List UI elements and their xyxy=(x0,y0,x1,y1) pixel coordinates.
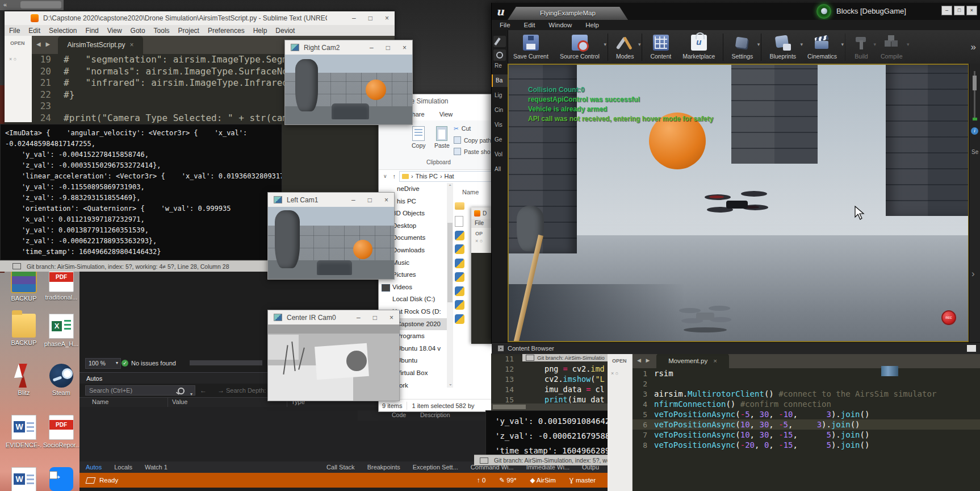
maximize-button[interactable]: □ xyxy=(954,6,965,15)
menu-item[interactable]: File xyxy=(9,27,20,35)
tab-close-icon[interactable]: × xyxy=(130,41,134,49)
python-file-icon[interactable] xyxy=(455,286,464,296)
menu-item[interactable]: Preferences xyxy=(208,27,245,35)
close-button[interactable]: × xyxy=(384,196,388,204)
vs-outgoing-count[interactable]: ↑ 0 xyxy=(477,477,485,484)
cut-button[interactable]: ✂Cut xyxy=(454,125,471,132)
ue-toolbar-button[interactable]: Source Control xyxy=(554,34,605,61)
desktop-icon[interactable]: phaseA_H... xyxy=(43,314,79,347)
menu-item[interactable]: Find xyxy=(85,27,98,35)
menu-item[interactable]: Edit xyxy=(28,27,40,35)
python-file-icon[interactable] xyxy=(455,300,464,310)
menu-item[interactable]: Deviot xyxy=(275,27,295,35)
desktop-icon[interactable]: EVIDENCE-... xyxy=(6,415,42,448)
ue-modes-tab[interactable]: Ba xyxy=(492,74,508,87)
vs-repo-name[interactable]: ◆ AirSim xyxy=(530,476,555,484)
close-button[interactable]: × xyxy=(966,6,977,15)
ue-toolbar-button[interactable]: Save Current xyxy=(508,34,554,61)
sidebar-folder-item[interactable]: Local Disk (C:) xyxy=(379,293,447,306)
tab-movement-py[interactable]: Movement.py× xyxy=(656,353,729,368)
back-chevron-icon[interactable]: « xyxy=(3,1,7,8)
maximize-button[interactable]: □ xyxy=(386,44,390,52)
nav-up-icon[interactable]: ↑ xyxy=(393,173,396,180)
ue-modes-tab[interactable]: Vis xyxy=(492,119,508,131)
ue-toolbar-button[interactable]: Build xyxy=(845,34,875,61)
ue-title-bar[interactable]: u FlyingExampleMap Blocks [DebugGame] – … xyxy=(492,3,980,20)
movement-code-editor[interactable]: 1rsim23airsim.MultirotorClient() #connec… xyxy=(633,368,980,491)
imu-console[interactable]: <ImuData> { 'angular_velocity': <Vector3… xyxy=(0,124,282,260)
ue-toolbar-button[interactable]: Modes xyxy=(608,34,640,61)
tab-nav-arrows[interactable]: ◀ ▶ xyxy=(36,41,52,47)
ue-modes-tab[interactable]: Vol xyxy=(492,148,508,161)
desktop-icon[interactable] xyxy=(6,467,42,491)
ue-toolbar-button[interactable]: Blueprints xyxy=(761,34,802,61)
tab-close-icon[interactable]: × xyxy=(713,357,717,364)
left-cam1-title-bar[interactable]: Left Cam1 – □ × xyxy=(268,193,394,207)
minimize-button[interactable]: – xyxy=(351,196,355,204)
ue-toolbar-button[interactable]: Marketplace xyxy=(677,34,721,61)
info-icon[interactable]: i xyxy=(971,127,978,135)
ue-toolbar-button[interactable]: Content xyxy=(642,34,677,61)
minimize-button[interactable]: – xyxy=(357,314,361,322)
menu-item[interactable]: File xyxy=(500,22,510,28)
vs-pending-edits[interactable]: ✎ 99* xyxy=(499,476,516,484)
content-browser-bar[interactable]: Content Browser xyxy=(492,342,980,354)
menu-item[interactable]: Help xyxy=(253,27,267,35)
open-files-marks[interactable]: × ○ xyxy=(608,364,632,376)
collapsed-panel-label[interactable]: Se xyxy=(971,149,978,155)
python-file-icon[interactable] xyxy=(455,314,464,324)
menu-item[interactable]: Selection xyxy=(49,27,77,35)
explorer-sidebar-scrollbar[interactable]: ⌃ ⌄ xyxy=(447,183,453,388)
close-button[interactable]: × xyxy=(390,314,393,322)
vs-panel-tab[interactable]: Exception Sett... xyxy=(407,464,464,471)
menu-item[interactable]: Help xyxy=(585,22,599,28)
vs-panel-tab[interactable]: Autos xyxy=(79,464,108,471)
close-button[interactable]: × xyxy=(403,44,407,52)
toolbar-overflow-icon[interactable]: » xyxy=(971,41,976,53)
record-button[interactable]: REC xyxy=(941,310,956,325)
vs-horizontal-scrollbar[interactable] xyxy=(190,360,262,365)
vs-panel-tab[interactable]: Watch 1 xyxy=(139,464,174,471)
python-file-icon[interactable] xyxy=(455,272,464,282)
file-list-name-header[interactable]: Name xyxy=(462,189,479,195)
menu-item[interactable]: Goto xyxy=(131,27,145,35)
file-icon[interactable] xyxy=(455,216,463,227)
breadcrumb-drive[interactable]: Hat xyxy=(445,173,454,180)
vs-search-input[interactable]: Search (Ctrl+E) ▾ xyxy=(85,385,195,396)
python-file-icon[interactable] xyxy=(455,259,464,268)
maximize-button[interactable]: □ xyxy=(373,314,377,322)
menu-item[interactable]: View xyxy=(107,27,122,35)
paste-shortcut-button[interactable]: Paste sho xyxy=(454,148,491,155)
python-file-icon[interactable] xyxy=(455,244,464,254)
close-button[interactable]: × xyxy=(385,14,389,22)
python-file-icon[interactable] xyxy=(455,231,464,240)
copy-path-button[interactable]: Copy path xyxy=(454,136,491,144)
imu-console-2[interactable]: 'y_val': 0.0015091084642'z_val': -0.0006… xyxy=(485,410,619,456)
menu-item[interactable]: Edit xyxy=(524,22,535,28)
desktop-icon[interactable]: traditional... xyxy=(43,267,79,301)
desktop-icon[interactable]: BACKUP xyxy=(6,267,42,302)
desktop-icon[interactable]: BACKUP xyxy=(6,314,42,346)
minimap[interactable] xyxy=(881,366,898,376)
modes-tool-icon[interactable] xyxy=(493,36,506,47)
content-browser-widget[interactable] xyxy=(967,345,976,352)
nav-dropdown-icon[interactable]: ∨ xyxy=(383,173,387,179)
ue-modes-tab[interactable]: Ge xyxy=(492,134,508,146)
ue-toolbar-button[interactable]: Settings xyxy=(723,34,759,61)
ue-modes-tab[interactable]: Re xyxy=(492,60,508,72)
tab-airsimtestscript[interactable]: AirsimTestScript.py× xyxy=(58,36,143,54)
maximize-button[interactable]: □ xyxy=(368,196,372,204)
vs-panel-tab[interactable]: Call Stack xyxy=(320,464,361,471)
ue-toolbar-button[interactable]: Compile xyxy=(875,34,908,61)
minimize-button[interactable]: – xyxy=(941,6,952,15)
folder-icon[interactable] xyxy=(455,202,464,210)
desktop-icon[interactable]: SocioRepor... xyxy=(43,415,79,448)
breadcrumb-this-pc[interactable]: This PC xyxy=(416,173,438,180)
minimize-button[interactable]: – xyxy=(352,14,356,22)
right-cam2-title-bar[interactable]: Right Cam2 – □ × xyxy=(285,40,412,55)
ue-modes-tab[interactable]: All xyxy=(492,163,508,176)
vs-panel-tab[interactable]: Breakpoints xyxy=(361,464,407,471)
desktop-icon[interactable]: Steam xyxy=(43,364,79,396)
copy-button[interactable]: Copy xyxy=(412,126,426,149)
ue-modes-tab[interactable]: Cin xyxy=(492,104,508,116)
